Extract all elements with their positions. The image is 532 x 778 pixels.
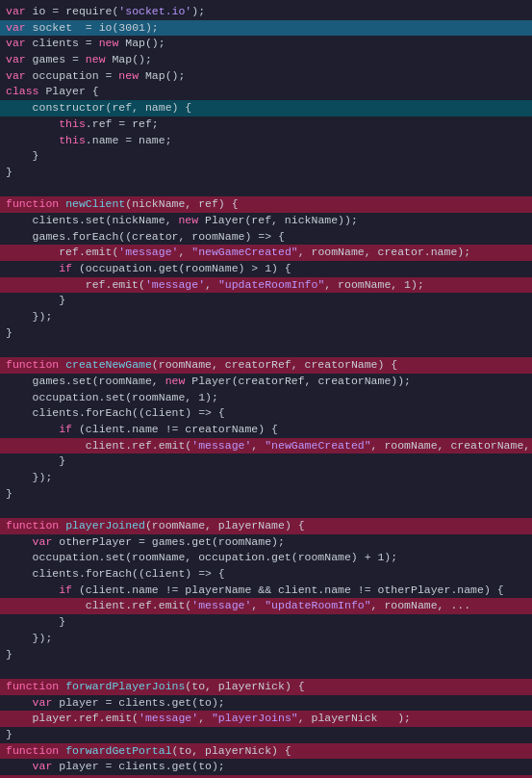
code-line-37: if (client.name != playerName && client.… xyxy=(0,583,532,599)
code-line-36: clients.forEach((client) => { xyxy=(0,566,532,583)
code-line-32 xyxy=(0,502,532,518)
code-line-2: var socket = io(3001); xyxy=(0,20,532,37)
code-line-47: function forwardGetPortal(to, playerNick… xyxy=(0,743,532,760)
code-line-17: if (occupation.get(roomName) > 1) { xyxy=(0,261,532,277)
code-line-12 xyxy=(0,181,532,197)
code-line-6: class Player { xyxy=(0,84,532,100)
code-line-23: function createNewGame(roomName, creator… xyxy=(0,357,532,374)
code-line-30: }); xyxy=(0,470,532,486)
code-line-35: occupation.set(roomName, occupation.get(… xyxy=(0,550,532,566)
code-line-19: } xyxy=(0,293,532,309)
code-line-8: this.ref = ref; xyxy=(0,117,532,133)
code-line-10: } xyxy=(0,148,532,165)
code-line-29: } xyxy=(0,454,532,470)
code-line-20: }); xyxy=(0,309,532,325)
code-line-1: var io = require('socket.io'); xyxy=(0,4,532,20)
code-line-3: var clients = new Map(); xyxy=(0,36,532,52)
code-line-9: this.name = name; xyxy=(0,133,532,149)
code-line-40: }); xyxy=(0,631,532,647)
code-line-39: } xyxy=(0,614,532,631)
code-editor: var io = require('socket.io'); var socke… xyxy=(0,0,532,778)
code-line-16: ref.emit('message', "newGameCreated", ro… xyxy=(0,245,532,261)
code-line-48: var player = clients.get(to); xyxy=(0,759,532,775)
code-line-22 xyxy=(0,341,532,357)
code-line-24: games.set(roomName, new Player(creatorRe… xyxy=(0,374,532,390)
code-line-7: constructor(ref, name) { xyxy=(0,100,532,117)
code-line-27: if (client.name != creatorName) { xyxy=(0,422,532,438)
code-line-43: function forwardPlayerJoins(to, playerNi… xyxy=(0,679,532,695)
code-line-21: } xyxy=(0,325,532,342)
code-line-5: var occupation = new Map(); xyxy=(0,68,532,85)
code-line-41: } xyxy=(0,647,532,663)
code-line-28: client.ref.emit('message', "newGameCreat… xyxy=(0,438,532,454)
code-line-4: var games = new Map(); xyxy=(0,52,532,68)
code-line-15: games.forEach((creator, roomName) => { xyxy=(0,229,532,246)
code-line-11: } xyxy=(0,165,532,181)
code-line-44: var player = clients.get(to); xyxy=(0,695,532,712)
code-line-33: function playerJoined(roomName, playerNa… xyxy=(0,518,532,534)
code-line-26: clients.forEach((client) => { xyxy=(0,405,532,422)
code-line-18: ref.emit('message', "updateRoomInfo", ro… xyxy=(0,277,532,294)
code-line-45: player.ref.emit('message', "playerJoins"… xyxy=(0,711,532,727)
code-line-13: function newClient(nickName, ref) { xyxy=(0,196,532,213)
code-line-34: var otherPlayer = games.get(roomName); xyxy=(0,534,532,551)
code-line-46: } xyxy=(0,727,532,743)
code-line-38: client.ref.emit('message', "updateRoomIn… xyxy=(0,598,532,614)
code-line-25: occupation.set(roomName, 1); xyxy=(0,390,532,406)
code-line-42 xyxy=(0,662,532,679)
code-line-31: } xyxy=(0,486,532,503)
code-line-14: clients.set(nickName, new Player(ref, ni… xyxy=(0,213,532,229)
